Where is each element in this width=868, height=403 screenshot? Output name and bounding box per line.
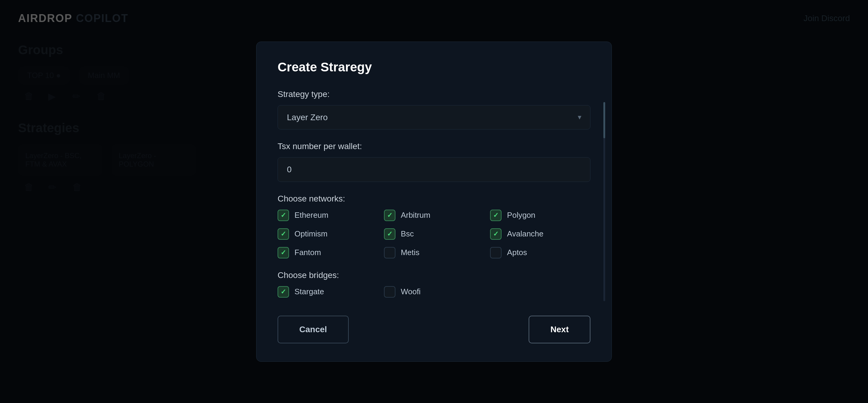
bridge-stargate-checkbox[interactable] (278, 286, 289, 298)
network-optimism: Optimism (278, 228, 378, 240)
tsx-label: Tsx number per wallet: (278, 141, 590, 151)
network-metis-checkbox[interactable] (384, 247, 396, 259)
network-aptos-label: Aptos (507, 248, 527, 257)
network-polygon-checkbox[interactable] (490, 210, 501, 221)
bridge-woofi: Woofi (384, 286, 484, 298)
network-bsc-checkbox[interactable] (384, 228, 396, 240)
bridge-stargate-label: Stargate (294, 287, 324, 296)
network-optimism-label: Optimism (294, 229, 328, 239)
networks-grid: Ethereum Arbitrum Polygon Optimism (278, 210, 590, 259)
modal-overlay: Create Straregy Strategy type: Layer Zer… (0, 0, 868, 403)
network-avalanche-checkbox[interactable] (490, 228, 501, 240)
network-avalanche: Avalanche (490, 228, 590, 240)
bridge-woofi-label: Woofi (401, 287, 421, 296)
tsx-number-section: Tsx number per wallet: (278, 141, 590, 182)
strategy-type-select[interactable]: Layer Zero (278, 105, 590, 130)
network-ethereum-checkbox[interactable] (278, 210, 289, 221)
bridges-grid: Stargate Woofi (278, 286, 590, 298)
network-fantom-label: Fantom (294, 248, 321, 257)
network-bsc-label: Bsc (401, 229, 414, 239)
modal-title: Create Straregy (278, 60, 590, 74)
network-bsc: Bsc (384, 228, 484, 240)
create-strategy-modal: Create Straregy Strategy type: Layer Zer… (256, 41, 612, 362)
scrollbar[interactable] (603, 102, 606, 301)
network-polygon: Polygon (490, 210, 590, 221)
networks-section: Choose networks: Ethereum Arbitrum Polyg… (278, 194, 590, 259)
network-polygon-label: Polygon (507, 210, 535, 220)
bridge-stargate: Stargate (278, 286, 378, 298)
network-metis-label: Metis (401, 248, 420, 257)
bridges-section: Choose bridges: Stargate Woofi (278, 270, 590, 298)
network-avalanche-label: Avalanche (507, 229, 544, 239)
choose-networks-label: Choose networks: (278, 194, 590, 204)
network-aptos-checkbox[interactable] (490, 247, 501, 259)
network-ethereum-label: Ethereum (294, 210, 329, 220)
next-button[interactable]: Next (529, 316, 590, 343)
network-fantom: Fantom (278, 247, 378, 259)
cancel-button[interactable]: Cancel (278, 316, 349, 343)
network-aptos: Aptos (490, 247, 590, 259)
strategy-type-section: Strategy type: Layer Zero ▾ (278, 90, 590, 130)
choose-bridges-label: Choose bridges: (278, 270, 590, 280)
tsx-number-input[interactable] (278, 157, 590, 182)
network-arbitrum: Arbitrum (384, 210, 484, 221)
bridge-woofi-checkbox[interactable] (384, 286, 396, 298)
network-arbitrum-label: Arbitrum (401, 210, 430, 220)
strategy-type-label: Strategy type: (278, 90, 590, 99)
network-optimism-checkbox[interactable] (278, 228, 289, 240)
network-metis: Metis (384, 247, 484, 259)
network-fantom-checkbox[interactable] (278, 247, 289, 259)
scrollbar-track (603, 102, 605, 301)
scrollbar-thumb (603, 102, 605, 138)
strategy-type-wrapper: Layer Zero ▾ (278, 105, 590, 130)
network-arbitrum-checkbox[interactable] (384, 210, 396, 221)
network-ethereum: Ethereum (278, 210, 378, 221)
modal-footer: Cancel Next (278, 313, 590, 343)
